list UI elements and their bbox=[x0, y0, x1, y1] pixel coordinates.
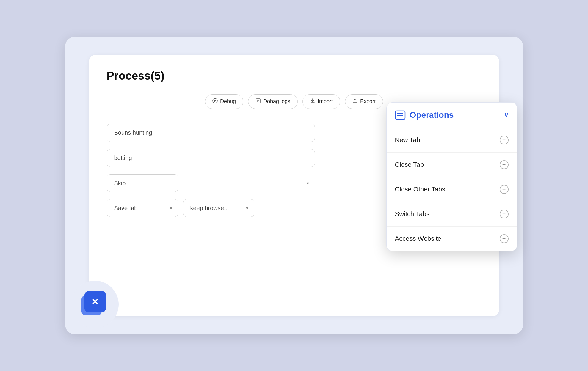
import-label: Import bbox=[318, 98, 333, 105]
dobag-logs-label: Dobag logs bbox=[263, 98, 290, 105]
access-website-add-icon: + bbox=[500, 234, 509, 243]
badge-button[interactable]: ✕ bbox=[84, 291, 106, 312]
export-button[interactable]: Export bbox=[345, 94, 383, 109]
debug-button[interactable]: Debug bbox=[205, 94, 243, 109]
main-card: Process(5) Debug bbox=[65, 37, 523, 334]
badge-x-icon: ✕ bbox=[92, 297, 98, 307]
switch-tabs-label: Switch Tabs bbox=[395, 210, 430, 218]
operations-dropdown: Operations ∨ New Tab + Close Tab + Close… bbox=[386, 102, 517, 251]
close-other-tabs-add-icon: + bbox=[500, 185, 509, 194]
import-icon bbox=[310, 98, 315, 105]
page-title: Process(5) bbox=[107, 70, 482, 82]
save-tab-select-wrapper: Save tab New tab Close tab ▾ bbox=[107, 199, 178, 217]
close-tab-item[interactable]: Close Tab + bbox=[387, 153, 517, 177]
badge-circle: ✕ bbox=[71, 281, 119, 328]
save-tab-row: Save tab New tab Close tab ▾ keep browse… bbox=[107, 199, 315, 217]
close-other-tabs-item[interactable]: Close Other Tabs + bbox=[387, 177, 517, 202]
import-button[interactable]: Import bbox=[302, 94, 340, 109]
bouns-hunting-input[interactable] bbox=[107, 124, 315, 142]
skip-chevron-icon: ▾ bbox=[307, 180, 309, 186]
new-tab-item[interactable]: New Tab + bbox=[387, 128, 517, 153]
badge-inner: ✕ bbox=[81, 291, 108, 318]
dropdown-title: Operations bbox=[410, 110, 454, 120]
switch-tabs-add-icon: + bbox=[500, 210, 509, 218]
inner-card: Process(5) Debug bbox=[89, 55, 499, 316]
dobag-logs-button[interactable]: Dobag logs bbox=[248, 94, 298, 109]
access-website-item[interactable]: Access Website + bbox=[387, 227, 517, 251]
debug-label: Debug bbox=[220, 98, 236, 105]
dropdown-header-left: Operations bbox=[395, 110, 454, 120]
debug-icon bbox=[212, 98, 218, 105]
svg-marker-1 bbox=[214, 100, 216, 102]
betting-input[interactable] bbox=[107, 149, 315, 167]
export-label: Export bbox=[360, 98, 376, 105]
dropdown-chevron-icon: ∨ bbox=[504, 111, 509, 119]
keep-browse-select-wrapper: keep browse... close browser minimize ▾ bbox=[183, 199, 254, 217]
switch-tabs-item[interactable]: Switch Tabs + bbox=[387, 202, 517, 227]
keep-browse-select[interactable]: keep browse... close browser minimize bbox=[183, 199, 254, 217]
dobag-logs-icon bbox=[255, 98, 261, 105]
new-tab-add-icon: + bbox=[500, 136, 509, 144]
dropdown-header[interactable]: Operations ∨ bbox=[387, 103, 517, 128]
save-tab-select[interactable]: Save tab New tab Close tab bbox=[107, 199, 178, 217]
close-other-tabs-label: Close Other Tabs bbox=[395, 186, 446, 193]
export-icon bbox=[352, 98, 358, 105]
close-tab-label: Close Tab bbox=[395, 161, 424, 169]
operations-header-icon bbox=[395, 110, 406, 120]
close-tab-add-icon: + bbox=[500, 160, 509, 169]
skip-select[interactable]: Skip Continue Stop bbox=[107, 174, 178, 192]
form-area: Skip Continue Stop ▾ Save tab New tab Cl… bbox=[107, 124, 315, 217]
scene: Process(5) Debug bbox=[41, 22, 547, 349]
skip-select-wrapper: Skip Continue Stop ▾ bbox=[107, 174, 315, 192]
new-tab-label: New Tab bbox=[395, 136, 420, 144]
access-website-label: Access Website bbox=[395, 235, 441, 243]
